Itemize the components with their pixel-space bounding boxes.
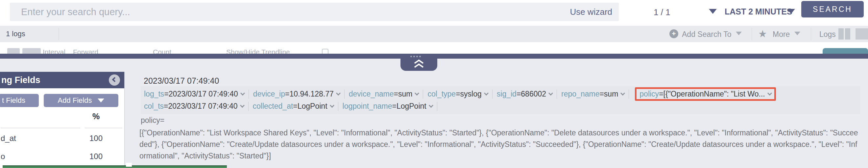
- field-value: =686002: [517, 90, 546, 99]
- search-button[interactable]: SEARCH: [801, 1, 864, 18]
- field-value: =2023/03/17 07:49:40: [164, 102, 237, 111]
- field-value: =[{"OperationName": "List Wo...: [659, 90, 765, 99]
- field-name: collected_at: [253, 102, 293, 111]
- field-value: =LogPoint: [392, 102, 426, 111]
- histogram-control-fragment[interactable]: Interval: [43, 48, 65, 54]
- use-wizard-link[interactable]: Use wizard: [570, 7, 612, 17]
- field-value: =LogPoint: [293, 102, 327, 111]
- histogram-control-fragment[interactable]: Count: [153, 48, 171, 54]
- chevron-down-icon[interactable]: [549, 91, 553, 95]
- toolbar-divider: [811, 28, 811, 40]
- field-list-name[interactable]: o: [1, 152, 5, 161]
- logs-view-label: Logs: [819, 30, 836, 39]
- field-value: =2023/03/17 07:49:40: [164, 90, 238, 99]
- log-field-token-device_name[interactable]: device_name=sum: [349, 90, 419, 99]
- toolbar-divider: [752, 28, 752, 40]
- policy-field-label: policy=: [141, 116, 164, 125]
- log-timestamp: 2023/03/17 07:49:40: [144, 76, 219, 86]
- log-field-token-policy[interactable]: policy=[{"OperationName": "List Wo...: [635, 87, 776, 101]
- page-indicator: 1 / 1: [654, 7, 671, 18]
- token-divider: [338, 102, 338, 111]
- chevron-down-icon[interactable]: [330, 103, 334, 107]
- add-search-to-button[interactable]: Add Search To: [682, 30, 731, 39]
- star-icon[interactable]: ★: [758, 28, 767, 39]
- chevron-down-icon[interactable]: [336, 91, 341, 95]
- results-toolbar: 1 logs + Add Search To ★ More Logs: [0, 26, 868, 42]
- chevron-down-icon[interactable]: [484, 91, 489, 95]
- log-field-token-collected_at[interactable]: collected_at=LogPoint: [253, 102, 334, 111]
- log-field-token-logpoint_name[interactable]: logpoint_name=LogPoint: [343, 102, 433, 111]
- chevron-down-icon[interactable]: [240, 91, 245, 95]
- field-name: sig_id: [497, 90, 517, 99]
- field-value: =sum: [599, 90, 618, 99]
- search-box: Use wizard: [10, 3, 619, 21]
- scrollbar-corner: [126, 163, 132, 167]
- time-range-selector[interactable]: LAST 2 MINUTES: [725, 7, 793, 17]
- log-field-token-col_ts[interactable]: col_ts=2023/03/17 07:49:40: [144, 102, 244, 111]
- field-name: col_ts: [144, 102, 164, 111]
- chart-type-icon[interactable]: [22, 48, 41, 54]
- add-fields-button[interactable]: Add Fields: [44, 94, 118, 107]
- grid-view-toggle-icon[interactable]: [856, 28, 868, 39]
- percent-column-header: %: [86, 112, 106, 121]
- trendline-checkbox[interactable]: [322, 49, 329, 54]
- field-value: =sum: [394, 90, 413, 99]
- add-fields-label: Add Fields: [58, 94, 92, 107]
- histogram-control-fragment[interactable]: Forward: [73, 48, 98, 54]
- histogram-control-fragment[interactable]: Show/Hide Trendline: [226, 48, 290, 54]
- fields-panel-header: ng Fields: [0, 72, 124, 88]
- column-view-toggle-icon[interactable]: [838, 28, 851, 39]
- more-dropdown-icon[interactable]: [794, 32, 800, 35]
- log-field-token-col_type[interactable]: col_type=syslog: [427, 90, 488, 99]
- chevron-down-icon[interactable]: [240, 103, 244, 107]
- log-entry-area: 2023/03/17 07:49:40 log_ts=2023/03/17 07…: [0, 59, 868, 168]
- add-search-to-dropdown-icon[interactable]: [736, 32, 742, 35]
- log-field-token-device_ip[interactable]: device_ip=10.94.128.77: [253, 90, 340, 99]
- plus-circle-icon[interactable]: +: [670, 29, 678, 38]
- pager-dropdown-icon[interactable]: [709, 9, 717, 14]
- column-divider: [1, 128, 80, 128]
- time-range-dropdown-icon[interactable]: [787, 9, 795, 14]
- search-bar-row: Use wizard 1 / 1 LAST 2 MINUTES SEARCH: [0, 0, 868, 26]
- column-divider: [85, 128, 122, 128]
- field-list-percent: 100: [86, 152, 106, 161]
- chevron-down-icon[interactable]: [429, 103, 433, 107]
- token-divider: [249, 90, 249, 99]
- field-list-row[interactable]: d_at100: [0, 131, 124, 149]
- field-name: repo_name: [561, 90, 599, 99]
- add-fields-dropdown-icon: [98, 99, 104, 103]
- drag-handle-icon[interactable]: [410, 55, 424, 58]
- log-field-token-repo_name[interactable]: repo_name=sum: [561, 90, 624, 99]
- select-fields-button[interactable]: t Fields: [0, 94, 39, 107]
- field-name: col_type: [427, 90, 456, 99]
- search-input[interactable]: [10, 3, 619, 21]
- token-divider: [492, 90, 493, 99]
- token-divider: [248, 102, 249, 111]
- histogram-icon[interactable]: [7, 48, 20, 54]
- field-list-name[interactable]: d_at: [1, 134, 16, 143]
- green-highlight-bar: [3, 165, 227, 168]
- more-button[interactable]: More: [773, 30, 790, 39]
- chevron-down-icon[interactable]: [414, 91, 419, 95]
- field-name: log_ts: [144, 90, 164, 99]
- fields-panel-title: ng Fields: [1, 72, 40, 88]
- collapse-bar: [0, 54, 868, 59]
- token-divider: [344, 90, 345, 99]
- token-divider: [557, 90, 557, 99]
- log-fields-container: log_ts=2023/03/17 07:49:40device_ip=10.9…: [141, 86, 860, 114]
- field-name: logpoint_name: [343, 102, 392, 111]
- chevron-down-icon[interactable]: [620, 91, 625, 95]
- chevron-left-icon: [112, 77, 117, 82]
- field-name: device_ip: [253, 90, 285, 99]
- double-chevron-up-icon: [413, 59, 425, 68]
- collapse-panel-button[interactable]: [109, 75, 120, 86]
- log-field-token-sig_id[interactable]: sig_id=686002: [497, 90, 552, 99]
- token-divider: [437, 102, 437, 111]
- toolbar-divider: [59, 28, 59, 40]
- field-list-row[interactable]: o100: [0, 149, 124, 167]
- log-fields-row-2: col_ts=2023/03/17 07:49:40collected_at=L…: [144, 100, 857, 112]
- partially-hidden-button[interactable]: [823, 48, 868, 54]
- log-field-token-log_ts[interactable]: log_ts=2023/03/17 07:49:40: [144, 90, 244, 99]
- chevron-down-icon[interactable]: [767, 91, 772, 95]
- token-divider: [629, 90, 629, 99]
